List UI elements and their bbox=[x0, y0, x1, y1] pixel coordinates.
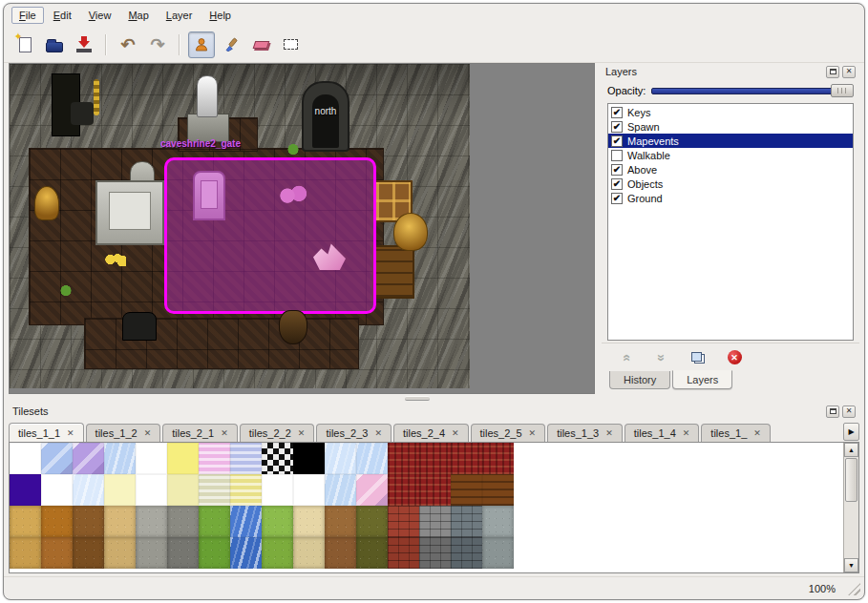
tileset-tile[interactable] bbox=[419, 537, 451, 569]
tileset-tile[interactable] bbox=[356, 506, 388, 537]
tileset-tab-tiles_2_3[interactable]: tiles_2_3✕ bbox=[316, 424, 392, 442]
tileset-tile[interactable] bbox=[10, 506, 41, 537]
menu-item-edit[interactable]: Edit bbox=[46, 7, 79, 24]
tileset-tile[interactable] bbox=[73, 506, 104, 537]
tileset-tile[interactable] bbox=[230, 443, 262, 474]
dock-close-button[interactable]: ✕ bbox=[842, 405, 856, 418]
tab-close-icon[interactable]: ✕ bbox=[67, 429, 74, 438]
tileset-tab-tiles_2_2[interactable]: tiles_2_2✕ bbox=[240, 424, 315, 442]
resize-grip[interactable] bbox=[848, 583, 860, 595]
opacity-slider-handle[interactable] bbox=[831, 84, 854, 97]
tab-close-icon[interactable]: ✕ bbox=[753, 429, 761, 438]
layer-visibility-checkbox[interactable]: ✔ bbox=[611, 107, 623, 118]
layer-row-mapevents[interactable]: ✔Mapevents bbox=[608, 134, 853, 148]
tileset-tab-tiles_2_1[interactable]: tiles_2_1✕ bbox=[162, 424, 238, 442]
tileset-tile[interactable] bbox=[10, 474, 41, 506]
tileset-tab-tiles_1_[interactable]: tiles_1_✕ bbox=[701, 424, 770, 442]
tab-close-icon[interactable]: ✕ bbox=[374, 429, 382, 438]
tileset-tab-tiles_2_5[interactable]: tiles_2_5✕ bbox=[471, 424, 546, 442]
tileset-tab-tiles_1_1[interactable]: tiles_1_1✕ bbox=[9, 423, 84, 442]
tileset-tile[interactable] bbox=[388, 474, 419, 506]
tab-close-icon[interactable]: ✕ bbox=[529, 429, 537, 438]
tileset-tile[interactable] bbox=[136, 474, 167, 506]
tileset-tile[interactable] bbox=[230, 474, 262, 506]
tileset-tile[interactable] bbox=[356, 537, 388, 569]
tileset-tile[interactable] bbox=[41, 537, 73, 569]
scroll-up-button[interactable]: ▲ bbox=[844, 443, 858, 457]
layer-visibility-checkbox[interactable]: ✔ bbox=[611, 178, 623, 190]
splitter-grip[interactable] bbox=[405, 396, 430, 401]
layer-visibility-checkbox[interactable]: ✔ bbox=[611, 164, 623, 176]
tileset-tile[interactable] bbox=[388, 506, 419, 537]
tileset-tab-tiles_1_2[interactable]: tiles_1_2✕ bbox=[86, 424, 161, 442]
map-canvas[interactable]: north caveshrine2_gate bbox=[10, 64, 470, 388]
tileset-tile[interactable] bbox=[10, 443, 41, 474]
tileset-tile[interactable] bbox=[136, 506, 167, 537]
layer-delete-button[interactable]: ✕ bbox=[724, 347, 745, 368]
tileset-tile[interactable] bbox=[10, 537, 41, 569]
tileset-tile[interactable] bbox=[419, 474, 451, 506]
layer-row-walkable[interactable]: Walkable bbox=[608, 148, 853, 162]
scrollbar-thumb[interactable] bbox=[845, 458, 857, 502]
tileset-tab-tiles_2_4[interactable]: tiles_2_4✕ bbox=[393, 424, 469, 442]
layer-visibility-checkbox[interactable]: ✔ bbox=[611, 135, 623, 147]
tab-close-icon[interactable]: ✕ bbox=[683, 429, 690, 438]
dock-float-button[interactable] bbox=[826, 405, 839, 418]
tileset-tile[interactable] bbox=[41, 474, 73, 506]
vertical-splitter[interactable] bbox=[595, 63, 602, 394]
tileset-tile[interactable] bbox=[104, 474, 136, 506]
tileset-tile[interactable] bbox=[482, 474, 514, 506]
layer-visibility-checkbox[interactable]: ✔ bbox=[611, 193, 623, 204]
tileset-tile[interactable] bbox=[167, 474, 199, 506]
new-file-button[interactable] bbox=[11, 31, 38, 58]
tileset-tile[interactable] bbox=[199, 506, 230, 537]
tileset-tile[interactable] bbox=[325, 474, 356, 506]
tileset-tile[interactable] bbox=[199, 443, 230, 474]
tileset-tile[interactable] bbox=[451, 537, 482, 569]
tileset-vertical-scrollbar[interactable]: ▲ ▼ bbox=[843, 443, 858, 572]
tileset-tile[interactable] bbox=[451, 443, 482, 474]
tileset-tile[interactable] bbox=[451, 506, 482, 537]
tileset-tile[interactable] bbox=[482, 506, 514, 537]
tileset-tile[interactable] bbox=[262, 443, 293, 474]
tab-scroll-right-button[interactable]: ▶ bbox=[843, 423, 859, 441]
tileset-tile[interactable] bbox=[136, 537, 167, 569]
tileset-tile[interactable] bbox=[482, 537, 514, 569]
menu-item-map[interactable]: Map bbox=[120, 7, 156, 24]
tab-close-icon[interactable]: ✕ bbox=[221, 429, 228, 438]
tab-close-icon[interactable]: ✕ bbox=[298, 429, 306, 438]
layer-down-button[interactable]: » bbox=[651, 347, 672, 368]
menu-item-file[interactable]: File bbox=[11, 7, 44, 24]
tileset-tile[interactable] bbox=[73, 474, 104, 506]
tileset-tile[interactable] bbox=[262, 474, 293, 506]
open-button[interactable] bbox=[41, 31, 68, 58]
layer-up-button[interactable]: » bbox=[615, 347, 636, 368]
layer-row-ground[interactable]: ✔Ground bbox=[608, 191, 853, 205]
tileset-tab-tiles_1_3[interactable]: tiles_1_3✕ bbox=[547, 424, 623, 442]
scroll-down-button[interactable]: ▼ bbox=[844, 558, 858, 572]
opacity-slider[interactable] bbox=[651, 83, 854, 98]
tileset-tile[interactable] bbox=[388, 443, 419, 474]
layer-visibility-checkbox[interactable] bbox=[611, 150, 623, 161]
menu-item-help[interactable]: Help bbox=[201, 7, 239, 24]
tab-layers[interactable]: Layers bbox=[672, 370, 732, 389]
tileset-tile[interactable] bbox=[104, 506, 136, 537]
layer-row-keys[interactable]: ✔Keys bbox=[608, 105, 853, 119]
tileset-tile[interactable] bbox=[325, 443, 356, 474]
dock-close-button[interactable]: ✕ bbox=[842, 66, 856, 78]
tileset-tile[interactable] bbox=[356, 474, 388, 506]
layer-visibility-checkbox[interactable]: ✔ bbox=[611, 121, 623, 133]
tileset-tile[interactable] bbox=[199, 537, 230, 569]
tileset-tile[interactable] bbox=[419, 443, 451, 474]
dock-float-button[interactable] bbox=[826, 66, 839, 78]
save-button[interactable] bbox=[71, 31, 97, 58]
eraser-tool-button[interactable] bbox=[247, 31, 274, 58]
tileset-tile[interactable] bbox=[482, 443, 514, 474]
opacity-slider-track[interactable] bbox=[651, 88, 854, 94]
undo-button[interactable]: ↶ bbox=[115, 31, 141, 58]
tileset-tile[interactable] bbox=[293, 537, 325, 569]
tab-history[interactable]: History bbox=[609, 371, 670, 389]
tileset-tile[interactable] bbox=[167, 506, 199, 537]
tileset-tile[interactable] bbox=[41, 443, 73, 474]
tileset-tile[interactable] bbox=[104, 443, 136, 474]
